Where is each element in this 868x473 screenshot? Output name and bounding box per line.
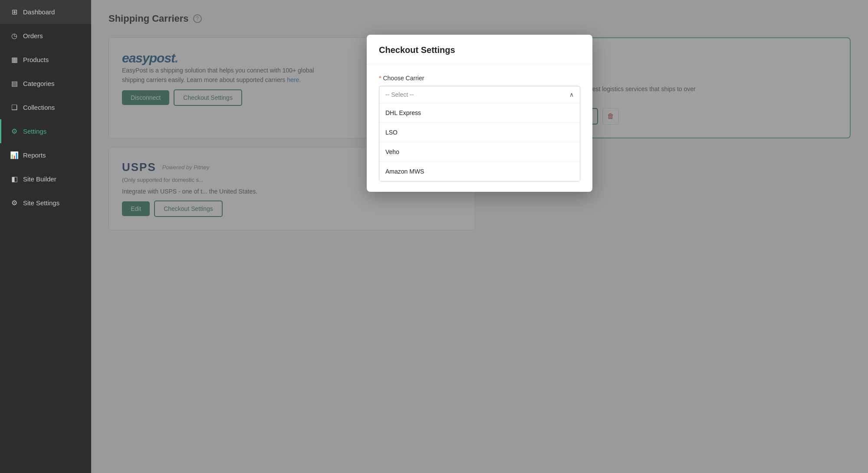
option-veho[interactable]: Veho bbox=[379, 142, 580, 162]
option-lso[interactable]: LSO bbox=[379, 123, 580, 142]
modal-title: Checkout Settings bbox=[379, 45, 580, 55]
products-icon: ▦ bbox=[10, 56, 19, 64]
sidebar-item-categories[interactable]: ▤ Categories bbox=[0, 72, 91, 95]
categories-icon: ▤ bbox=[10, 79, 19, 88]
chevron-up-icon: ∧ bbox=[569, 91, 574, 98]
modal-body: * Choose Carrier -- Select -- ∧ DHL Expr… bbox=[367, 64, 592, 192]
sidebar-item-label: Site Builder bbox=[23, 175, 56, 183]
sidebar-item-reports[interactable]: 📊 Reports bbox=[0, 143, 91, 167]
main-content: Shipping Carriers ? easypost. EasyPost i… bbox=[91, 0, 868, 473]
orders-icon: ◷ bbox=[10, 32, 19, 40]
settings-icon: ⚙ bbox=[10, 127, 19, 135]
sidebar-item-label: Categories bbox=[23, 80, 55, 87]
select-placeholder: -- Select -- bbox=[385, 91, 414, 98]
site-settings-icon: ⚙ bbox=[10, 199, 19, 207]
required-star: * bbox=[379, 75, 381, 82]
sidebar-item-label: Reports bbox=[23, 151, 46, 159]
select-header[interactable]: -- Select -- ∧ bbox=[379, 86, 580, 103]
sidebar-item-label: Orders bbox=[23, 32, 43, 39]
sidebar-item-site-settings[interactable]: ⚙ Site Settings bbox=[0, 191, 91, 215]
sidebar-item-label: Site Settings bbox=[23, 199, 59, 207]
sidebar-item-label: Settings bbox=[23, 128, 46, 135]
reports-icon: 📊 bbox=[10, 151, 19, 159]
sidebar-item-site-builder[interactable]: ◧ Site Builder bbox=[0, 167, 91, 191]
carrier-label-text: Choose Carrier bbox=[383, 75, 424, 82]
site-builder-icon: ◧ bbox=[10, 175, 19, 183]
select-dropdown: DHL Express LSO Veho Amazon MWS bbox=[379, 103, 580, 181]
sidebar: ⊞ Dashboard ◷ Orders ▦ Products ▤ Catego… bbox=[0, 0, 91, 473]
option-dhl-express[interactable]: DHL Express bbox=[379, 103, 580, 123]
sidebar-item-orders[interactable]: ◷ Orders bbox=[0, 24, 91, 48]
sidebar-item-label: Products bbox=[23, 56, 49, 63]
modal-header: Checkout Settings bbox=[367, 35, 592, 64]
option-amazon-mws[interactable]: Amazon MWS bbox=[379, 162, 580, 181]
carrier-label: * Choose Carrier bbox=[379, 75, 580, 82]
collections-icon: ❑ bbox=[10, 103, 19, 112]
sidebar-item-dashboard[interactable]: ⊞ Dashboard bbox=[0, 0, 91, 24]
sidebar-item-label: Dashboard bbox=[23, 8, 55, 16]
sidebar-item-collections[interactable]: ❑ Collections bbox=[0, 95, 91, 119]
sidebar-item-label: Collections bbox=[23, 104, 55, 111]
sidebar-item-settings[interactable]: ⚙ Settings bbox=[0, 119, 91, 143]
carrier-select-wrapper[interactable]: -- Select -- ∧ DHL Express LSO Veho Amaz… bbox=[379, 86, 580, 181]
checkout-settings-modal: Checkout Settings * Choose Carrier -- Se… bbox=[367, 35, 592, 192]
dashboard-icon: ⊞ bbox=[10, 8, 19, 16]
sidebar-item-products[interactable]: ▦ Products bbox=[0, 48, 91, 72]
